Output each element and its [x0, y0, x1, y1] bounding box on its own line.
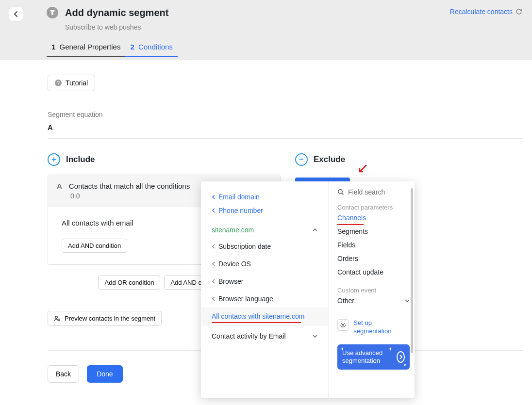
chevron-left-icon — [212, 261, 216, 266]
svg-point-3 — [342, 324, 344, 326]
recalculate-contacts-link[interactable]: Recalculate contacts — [450, 8, 522, 16]
page-title: Add dynamic segment — [65, 7, 168, 18]
back-button[interactable] — [9, 7, 23, 21]
chevron-up-icon — [313, 228, 317, 232]
scrollbar[interactable] — [411, 188, 413, 398]
contact-parameters-label: Contact parameters — [337, 204, 410, 211]
right-item-other[interactable]: Other — [337, 294, 410, 308]
popover-item-label: Browser — [218, 277, 243, 285]
right-item-label: Other — [337, 297, 354, 305]
right-item-fields[interactable]: Fields — [337, 238, 410, 252]
use-advanced-segmentation-button[interactable]: ✦ ✦ ✦ Use advanced segmentation — [337, 344, 410, 370]
right-item-channels[interactable]: Channels — [337, 211, 410, 225]
right-item-segments[interactable]: Segments — [337, 225, 410, 238]
annotation-arrow-icon — [358, 165, 366, 173]
svg-point-0 — [55, 316, 57, 318]
popover-group-sitename[interactable]: sitename.com — [201, 217, 328, 238]
help-icon: ? — [55, 80, 62, 86]
chevron-right-circle-icon — [397, 351, 405, 363]
include-title: Include — [66, 155, 95, 164]
right-item-contact-update[interactable]: Contact update — [337, 265, 410, 279]
preview-label: Preview contacts in the segment — [65, 315, 155, 322]
popover-link-label: Phone number — [218, 207, 263, 214]
sparkle-icon: ✦ — [340, 346, 344, 352]
popover-link-label: Email domain — [218, 193, 260, 201]
refresh-icon — [515, 8, 522, 15]
sparkle-icon: ✦ — [403, 362, 407, 368]
add-and-condition-button[interactable]: Add AND condition — [62, 239, 127, 253]
done-button[interactable]: Done — [87, 365, 122, 383]
popover-item-label: Device OS — [218, 260, 251, 268]
chevron-left-icon — [212, 194, 216, 199]
tutorial-label: Tutorial — [66, 79, 88, 87]
popover-item-label: Contact activity by Email — [212, 332, 286, 340]
popover-group-label: sitename.com — [212, 226, 254, 234]
divider — [48, 138, 523, 139]
tab-conditions[interactable]: 2 Conditions — [125, 43, 177, 57]
chevron-left-icon — [212, 208, 216, 213]
exclude-remove-button[interactable]: − — [295, 153, 308, 166]
popover-item-label: Browser language — [218, 295, 273, 303]
field-search-input[interactable]: Field search — [337, 188, 410, 196]
include-add-button[interactable]: + — [48, 153, 60, 166]
popover-item-label: All contacts with sitename.com — [212, 312, 304, 320]
popover-back-email-domain[interactable]: Email domain — [201, 190, 328, 204]
search-placeholder: Field search — [348, 188, 385, 196]
exclude-title: Exclude — [314, 155, 345, 164]
page-subtitle: Subscribe to web pushes — [65, 23, 522, 31]
popover-item-contact-activity-email[interactable]: Contact activity by Email — [201, 325, 328, 347]
popover-item-subscription-date[interactable]: Subscription date — [201, 238, 328, 255]
chevron-down-icon — [313, 334, 317, 338]
chevron-down-icon — [405, 299, 410, 303]
popover-back-phone-number[interactable]: Phone number — [201, 204, 328, 217]
include-card-var: A — [57, 182, 62, 190]
tab-number: 1 — [51, 43, 55, 51]
chevron-left-icon — [212, 279, 216, 284]
include-card-title: Contacts that match all the conditions — [69, 182, 190, 190]
preview-contacts-button[interactable]: Preview contacts in the segment — [48, 311, 162, 326]
popover-item-browser-language[interactable]: Browser language — [201, 290, 328, 308]
chevron-left-icon — [212, 244, 216, 249]
segment-equation-value: A — [48, 123, 523, 131]
search-icon — [337, 189, 344, 195]
person-search-icon — [54, 315, 61, 322]
chevron-left-icon — [14, 11, 18, 17]
tabs: 1 General Properties 2 Conditions — [47, 43, 522, 57]
popover-item-label: Subscription date — [218, 243, 271, 250]
advanced-segmentation-label: Use advanced segmentation — [342, 349, 394, 365]
tab-general-properties[interactable]: 1 General Properties — [47, 43, 125, 57]
sparkle-icon: ✦ — [388, 346, 392, 352]
popover-item-device-os[interactable]: Device OS — [201, 255, 328, 273]
right-item-orders[interactable]: Orders — [337, 252, 410, 265]
popover-item-all-contacts-sitename[interactable]: All contacts with sitename.com — [201, 308, 328, 325]
gear-icon — [337, 319, 349, 331]
tutorial-button[interactable]: ? Tutorial — [48, 75, 95, 91]
recalculate-label: Recalculate contacts — [450, 8, 513, 16]
tab-number: 2 — [130, 43, 134, 51]
tab-label: Conditions — [138, 43, 173, 51]
segment-equation-label: Segment equation — [48, 111, 523, 118]
chevron-left-icon — [212, 296, 216, 301]
popover-item-browser[interactable]: Browser — [201, 273, 328, 290]
condition-popover: Email domain Phone number sitename.com S… — [201, 181, 415, 398]
tab-label: General Properties — [60, 43, 121, 51]
segment-icon — [47, 7, 58, 18]
back-footer-button[interactable]: Back — [48, 365, 79, 383]
svg-point-2 — [338, 190, 342, 194]
setup-segmentation-link[interactable]: Set up segmentation — [353, 319, 410, 336]
svg-point-1 — [58, 319, 60, 321]
custom-event-label: Custom event — [337, 287, 410, 294]
add-or-condition-button[interactable]: Add OR condition — [98, 275, 160, 290]
